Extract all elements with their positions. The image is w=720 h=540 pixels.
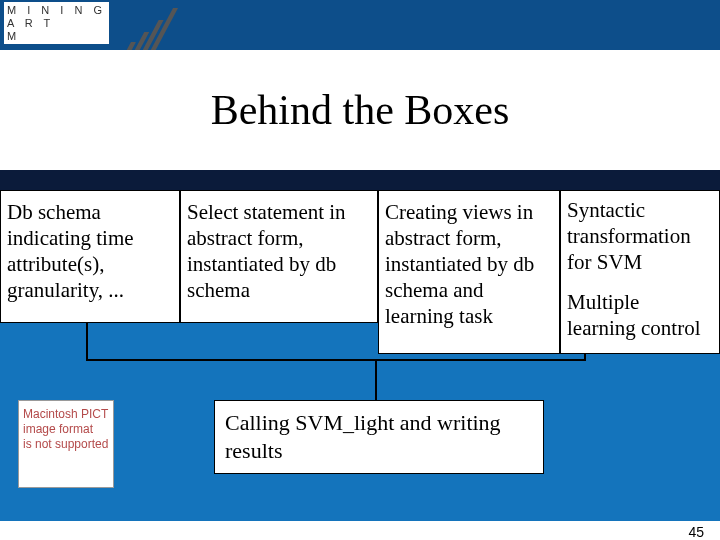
pict-line-2: image format [23,422,109,437]
title-band: Behind the Boxes [0,50,720,170]
separator-navy [0,170,720,190]
page-number: 45 [688,524,704,540]
slide: M I N I N G A R T M Behind the Boxes Db … [0,0,720,540]
box-calling-svm: Calling SVM_light and writing results [214,400,544,474]
footer-strip [0,521,720,540]
pict-line-3: is not supported [23,437,109,452]
box-creating-views: Creating views in abstract form, instant… [378,190,560,354]
connector-line [584,354,586,361]
macintosh-pict-placeholder: Macintosh PICT image format is not suppo… [18,400,114,488]
slide-title: Behind the Boxes [211,86,510,134]
header-stripe-dark [0,0,720,50]
box-svm-transform: Syntactic transformation for SVM Multipl… [560,190,720,354]
connector-line [375,359,377,400]
connector-line [86,323,88,361]
box-db-schema: Db schema indicating time attribute(s), … [0,190,180,323]
box-select-stmt: Select statement in abstract form, insta… [180,190,378,323]
box4-text-1: Syntactic transformation for SVM [567,197,713,275]
connector-line [86,359,586,361]
box-row: Db schema indicating time attribute(s), … [0,190,720,354]
pict-line-1: Macintosh PICT [23,407,109,422]
box4-text-2: Multiple learning control [567,289,713,341]
